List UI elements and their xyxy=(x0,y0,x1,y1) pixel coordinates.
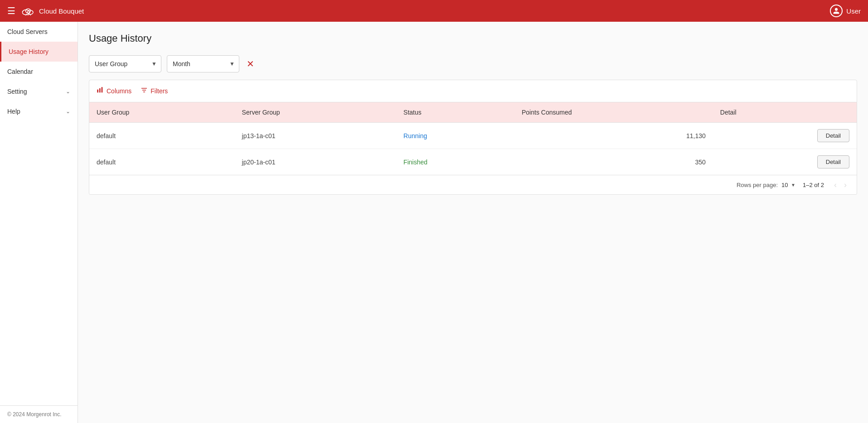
sidebar-label-help: Help xyxy=(7,108,20,115)
columns-icon xyxy=(97,87,104,96)
sidebar-label-usage-history: Usage History xyxy=(9,48,48,55)
sidebar-item-calendar[interactable]: Calendar xyxy=(0,62,78,82)
detail-button[interactable]: Detail xyxy=(817,129,849,142)
pagination-range: 1–2 of 2 xyxy=(803,182,824,188)
cell-status: Finished xyxy=(396,149,514,175)
main-content: Usage History User Group ▼ Month ▼ ✕ xyxy=(78,22,868,423)
rows-per-page-select[interactable]: 10 25 50 xyxy=(781,182,795,188)
sidebar-footer: © 2024 Morgenrot Inc. xyxy=(0,405,78,423)
col-header-user-group: User Group xyxy=(89,102,235,123)
columns-label: Columns xyxy=(107,87,131,95)
navbar: ☰ Cloud Bouquet User xyxy=(0,0,868,22)
sidebar-item-help[interactable]: Help ⌄ xyxy=(0,101,78,121)
filters-button[interactable]: Filters xyxy=(141,85,168,97)
user-group-filter-wrapper: User Group ▼ xyxy=(89,55,161,72)
next-page-button[interactable]: › xyxy=(841,180,849,190)
cell-user-group: default xyxy=(89,149,235,175)
brand-logo-icon xyxy=(21,6,35,16)
user-label: User xyxy=(846,7,861,15)
prev-page-button[interactable]: ‹ xyxy=(831,180,839,190)
filters-bar: User Group ▼ Month ▼ ✕ xyxy=(89,55,857,72)
chevron-down-icon: ⌄ xyxy=(66,88,70,95)
page-title: Usage History xyxy=(89,33,857,44)
detail-button[interactable]: Detail xyxy=(817,155,849,168)
sidebar-item-setting[interactable]: Setting ⌄ xyxy=(0,82,78,101)
table-row: default jp20-1a-c01 Finished 350 Detail xyxy=(89,149,857,175)
svg-rect-8 xyxy=(102,87,103,92)
col-header-points-consumed: Points Consumed xyxy=(514,102,713,123)
cell-detail: Detail xyxy=(713,123,857,149)
cell-detail: Detail xyxy=(713,149,857,175)
cell-server-group: jp20-1a-c01 xyxy=(235,149,397,175)
table-row: default jp13-1a-c01 Running 11,130 Detai… xyxy=(89,123,857,149)
sidebar: Cloud Servers Usage History Calendar Set… xyxy=(0,22,78,423)
month-select[interactable]: Month xyxy=(167,55,239,72)
clear-filters-button[interactable]: ✕ xyxy=(245,58,256,70)
columns-button[interactable]: Columns xyxy=(97,85,131,97)
cell-points-consumed: 350 xyxy=(514,149,713,175)
sidebar-item-cloud-servers[interactable]: Cloud Servers xyxy=(0,22,78,42)
sidebar-label-cloud-servers: Cloud Servers xyxy=(7,28,48,35)
col-header-server-group: Server Group xyxy=(235,102,397,123)
table-toolbar: Columns Filters xyxy=(89,80,857,102)
data-table: User Group Server Group Status Points Co… xyxy=(89,102,857,195)
rows-per-page-control: Rows per page: 10 25 50 ▼ xyxy=(737,182,795,188)
sidebar-item-usage-history[interactable]: Usage History xyxy=(0,42,78,62)
table-footer: Rows per page: 10 25 50 ▼ 1–2 of 2 ‹ › xyxy=(89,175,857,194)
brand: Cloud Bouquet xyxy=(21,6,84,16)
col-header-detail: Detail xyxy=(713,102,857,123)
rows-per-page-label: Rows per page: xyxy=(737,182,778,188)
cell-points-consumed: 11,130 xyxy=(514,123,713,149)
user-avatar-icon xyxy=(830,5,843,17)
user-menu[interactable]: User xyxy=(830,5,861,17)
cell-user-group: default xyxy=(89,123,235,149)
svg-rect-6 xyxy=(97,90,98,93)
cell-status: Running xyxy=(396,123,514,149)
col-header-status: Status xyxy=(396,102,514,123)
chevron-down-icon: ⌄ xyxy=(66,108,70,115)
sidebar-label-setting: Setting xyxy=(7,88,27,95)
pagination-nav: ‹ › xyxy=(831,180,849,190)
sidebar-label-calendar: Calendar xyxy=(7,68,33,75)
month-filter-wrapper: Month ▼ xyxy=(167,55,239,72)
user-group-select[interactable]: User Group xyxy=(89,55,161,72)
menu-icon[interactable]: ☰ xyxy=(7,5,15,16)
svg-rect-7 xyxy=(99,88,101,92)
filters-icon xyxy=(141,87,148,96)
table-header-row: User Group Server Group Status Points Co… xyxy=(89,102,857,123)
brand-name: Cloud Bouquet xyxy=(39,7,84,15)
cell-server-group: jp13-1a-c01 xyxy=(235,123,397,149)
filters-label: Filters xyxy=(150,87,168,95)
